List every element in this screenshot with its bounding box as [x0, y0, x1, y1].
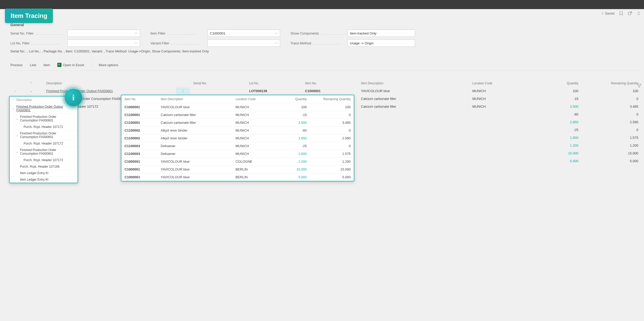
table-row[interactable]: C1000001YAVICOLOUR blueCOLOGNE1.2001.200: [121, 158, 354, 166]
col-location-code[interactable]: Location Code: [470, 80, 525, 87]
table-row[interactable]: C1100001Calcium carbonate fillerMUNICH3.…: [121, 119, 354, 127]
col-lot-no[interactable]: Lot No.: [246, 80, 302, 87]
cell-item-description: YAVICOLOUR blue: [358, 87, 469, 95]
expand-icon[interactable]: [637, 11, 641, 15]
collapse-all-icon[interactable]: ⌃: [12, 98, 15, 102]
chevron-down-icon[interactable]: ⌄: [16, 117, 18, 120]
table-row[interactable]: C1100003DefoamerMUNICH-250: [121, 142, 354, 150]
chevron-down-icon[interactable]: ⌄: [16, 133, 18, 137]
cell-remaining-quantity: 5.000: [581, 158, 641, 165]
cell-item-description: Calcium carbonate filler: [358, 95, 469, 103]
chevron-down-icon[interactable]: ⌄: [12, 107, 15, 110]
chevron-down-icon[interactable]: ⌄: [30, 89, 33, 93]
cell-quantity: -60: [269, 127, 310, 134]
open-in-excel-action[interactable]: Open in Excel: [57, 63, 84, 67]
cell-item-description: [358, 150, 469, 157]
cell-quantity: 2.650: [525, 119, 581, 126]
cell-item-description: YAVICOLOUR blue: [158, 158, 232, 166]
col-item-description[interactable]: Item Description: [358, 80, 469, 87]
item-action[interactable]: Item: [44, 63, 50, 67]
tree-row-label: Item Ledger Entry Kl: [20, 171, 48, 175]
detail-data-popup: Item No. Item Description Location Code …: [121, 95, 354, 181]
cell-location-code: BERLIN: [232, 166, 269, 173]
tree-row[interactable]: Purch. Rcpt. Header 107172: [10, 157, 78, 163]
tree-row-label: Finished Production Order Consumption FA…: [20, 115, 75, 122]
serial-no-filter-input[interactable]: [67, 30, 140, 37]
tree-row[interactable]: Purch. Rcpt. Header 107166: [10, 163, 78, 170]
col-description[interactable]: Description: [44, 80, 175, 87]
cell-remaining-quantity: 0: [310, 142, 354, 150]
tree-row[interactable]: Item Ledger Entry Kl: [10, 176, 78, 183]
cell-remaining-quantity: 2.590: [581, 119, 641, 126]
cell-item-no: C1100002: [121, 127, 158, 134]
cell-quantity: 5.000: [269, 173, 310, 181]
variant-filter-input[interactable]: [207, 39, 280, 47]
tree-row[interactable]: ⌄Finished Production Order Consumption F…: [10, 130, 78, 140]
table-row[interactable]: C1100001Calcium carbonate fillerMUNICH-1…: [121, 111, 354, 119]
bookmark-icon[interactable]: [619, 11, 623, 15]
more-icon[interactable]: ⋮: [181, 89, 185, 93]
table-row[interactable]: C1100002Alkyd resin binderMUNICH2.6502.5…: [121, 134, 354, 142]
show-components-select[interactable]: [348, 30, 415, 37]
cell-item-description: YAVICOLOUR blue: [158, 173, 232, 181]
page-title-badge: Item Tracing: [5, 9, 53, 23]
cell-location-code: MUNICH: [232, 127, 269, 134]
cell-remaining-quantity: 3.485: [310, 119, 354, 127]
tree-row[interactable]: Purch. Rcpt. Header 107172: [10, 140, 78, 147]
line-action[interactable]: Line: [30, 63, 36, 67]
more-options-action[interactable]: More options: [99, 63, 118, 67]
popup-col-quantity[interactable]: Quantity: [269, 95, 310, 103]
description-tree-popup: ⌃ Description ⌄Finished Production Order…: [9, 96, 78, 183]
popout-icon[interactable]: [628, 11, 632, 15]
collapse-all-icon[interactable]: ⌃: [27, 80, 43, 87]
filter-icon[interactable]: [637, 84, 641, 88]
cell-location-code: [470, 111, 525, 118]
row-actions[interactable]: ⋮: [176, 87, 190, 95]
cell-location-code: [470, 158, 525, 165]
lot-no-filter-input[interactable]: [67, 39, 140, 47]
tree-row[interactable]: ⌄Finished Production Order Consumption F…: [10, 147, 78, 157]
cell-item-description: Alkyd resin binder: [158, 134, 232, 142]
popup-col-remaining-quantity[interactable]: Remaining Quantity: [310, 95, 354, 103]
popup-col-location-code[interactable]: Location Code: [232, 95, 269, 103]
trace-method-select[interactable]: [348, 39, 415, 47]
cell-remaining-quantity: 3.485: [581, 103, 641, 110]
col-quantity[interactable]: Quantity: [525, 80, 581, 87]
col-remaining-quantity[interactable]: Remaining Quantity: [581, 80, 641, 87]
cell-description[interactable]: Finished Production Order Output FA00060…: [44, 87, 175, 95]
table-row[interactable]: →⌄Finished Production Order Output FA000…: [11, 87, 641, 95]
popup-col-item-description[interactable]: Item Description: [158, 95, 232, 103]
cell-location-code: MUNICH: [232, 119, 269, 127]
cell-quantity: 2.650: [269, 134, 310, 142]
tree-row-label: Purch. Rcpt. Header 107166: [20, 165, 59, 168]
chevron-down-icon[interactable]: ⌄: [16, 150, 18, 154]
table-row[interactable]: C1000001YAVICOLOUR blueBERLIN15.00015.00…: [121, 166, 354, 173]
cell-remaining-quantity: 100: [581, 87, 641, 95]
table-row[interactable]: C1100002Alkyd resin binderMUNICH-600: [121, 127, 354, 134]
cell-quantity: 15.000: [269, 166, 310, 173]
col-item-no[interactable]: Item No.: [302, 80, 358, 87]
table-row[interactable]: C1100003DefoamerMUNICH1.6001.575: [121, 150, 354, 158]
info-badge[interactable]: i: [65, 89, 82, 106]
table-row[interactable]: C1000001YAVICOLOUR blueMUNICH100100: [121, 103, 354, 111]
popup-col-item-no[interactable]: Item No.: [121, 95, 158, 103]
tree-row[interactable]: ⌄Finished Production Order Output FA0006…: [10, 104, 78, 114]
process-action[interactable]: Process: [10, 63, 23, 67]
tree-row[interactable]: Purch. Rcpt. Header 107172: [10, 124, 78, 130]
serial-no-filter-label: Serial No. Filter: [10, 31, 65, 35]
cell-remaining-quantity: 0: [581, 111, 641, 118]
item-filter-input[interactable]: [207, 30, 280, 37]
col-serial-no[interactable]: Serial No.: [191, 80, 246, 87]
cell-location-code: COLOGNE: [232, 158, 269, 166]
row-indicator-icon: →: [13, 89, 17, 93]
cell-quantity: 15.000: [525, 150, 581, 157]
cell-quantity: -60: [525, 111, 581, 118]
cell-item-description: Defoamer: [158, 142, 232, 150]
tree-row[interactable]: Item Ledger Entry Kl: [10, 170, 78, 176]
table-row[interactable]: C1000001YAVICOLOUR blueBERLIN5.0005.000: [121, 173, 354, 181]
tree-row-label: Item Ledger Entry Kl: [20, 178, 48, 181]
variant-filter-label: Variant Filter: [150, 41, 205, 45]
cell-remaining-quantity: 2.590: [310, 134, 354, 142]
cell-item-description: [358, 119, 469, 126]
tree-row[interactable]: ⌄Finished Production Order Consumption F…: [10, 114, 78, 124]
